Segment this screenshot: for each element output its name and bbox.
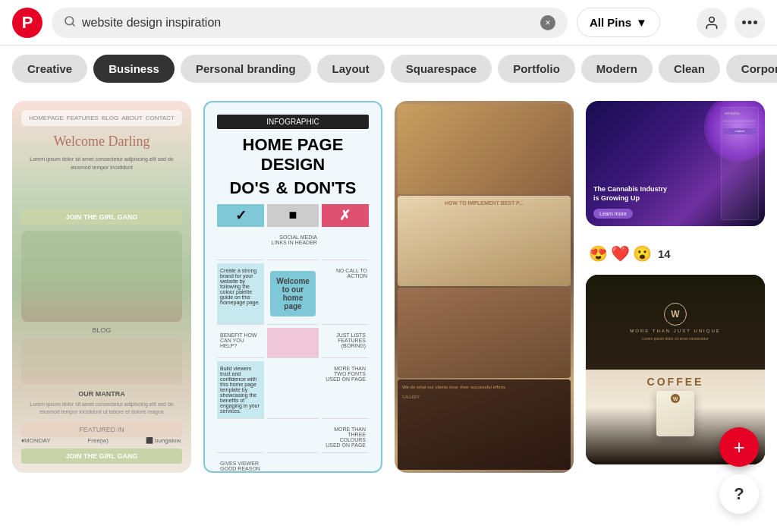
filter-pill-clean[interactable]: Clean [659, 55, 720, 83]
filter-pill-corporate[interactable]: Corporate [726, 55, 777, 83]
pins-column-2: INFOGRAPHIC HOME PAGE DESIGN DO'S & DON'… [203, 101, 382, 473]
pins-column-4: workplus explore The Cannabis Industry i… [586, 101, 765, 464]
social-media-maybe: SOCIAL MEDIA LINKS IN HEADER [267, 230, 319, 260]
infographic-badge: INFOGRAPHIC [217, 115, 369, 129]
portfolio-cell-2: HOW TO IMPLEMENT BEST P... [398, 196, 571, 286]
coffee-logo-circle: W [664, 303, 687, 326]
do-header: ✓ [217, 204, 264, 227]
all-pins-button[interactable]: All Pins ▼ [577, 8, 660, 37]
pins-column-1: HOMEPAGEFEATURESBLOGABOUTCONTACT Welcome… [12, 101, 191, 473]
signup-do [217, 422, 264, 453]
cta-dont: NO CALL TO ACTION [322, 263, 369, 325]
pins-grid: HOMEPAGEFEATURESBLOGABOUTCONTACT Welcome… [12, 101, 765, 473]
welcome-box: Welcome to our home page [270, 271, 316, 316]
signup-middle [267, 422, 319, 453]
coffee-top: W MORE THAN JUST UNIQUE Lorem ipsum dolo… [586, 275, 765, 370]
all-pins-label: All Pins [590, 16, 631, 29]
reaction-row: 😍 ❤️ 😮 14 [586, 238, 765, 263]
maybe-header: ■ [267, 204, 319, 227]
infographic-dos-donts: DO'S & DON'TS [217, 178, 369, 198]
benefit-dont: JUST LISTS FEATURES (BORING) [322, 328, 369, 358]
app-header: P × All Pins ▼ [0, 0, 777, 46]
girl-gang-cta: JOIN THE GIRL GANG [21, 209, 182, 225]
cta-middle: Welcome to our home page [267, 263, 319, 325]
girl-gang-footer: ♦MONDAYFree(w)⬛ bungalow. [21, 437, 182, 444]
emoji-heart-eyes: 😍 [589, 244, 608, 263]
girl-gang-footer-cta: JOIN THE GIRL GANG [21, 449, 182, 464]
filter-pill-creative[interactable]: Creative [12, 55, 87, 83]
filter-pill-business[interactable]: Business [93, 55, 175, 83]
portfolio-cell-4: We do what our clients love; their succe… [398, 379, 571, 470]
emoji-surprised: 😮 [633, 244, 652, 263]
social-media-dont [322, 230, 369, 260]
girl-gang-img-block [21, 231, 182, 322]
girl-gang-nav: HOMEPAGEFEATURESBLOGABOUTCONTACT [21, 110, 182, 126]
cta-do: Create a strong brand for your website b… [217, 263, 264, 325]
filter-pill-squarespace[interactable]: Squarespace [391, 55, 492, 83]
proof-dont [322, 456, 369, 473]
pin-card-cannabis[interactable]: workplus explore The Cannabis Industry i… [586, 101, 765, 226]
benefit-middle [267, 328, 319, 358]
girl-gang-hero-text: Welcome Darling Lorem ipsum dolor sit am… [21, 132, 182, 172]
benefit-do: BENEFIT HOW CAN YOU HELP? [217, 328, 264, 358]
amp-label: & [275, 178, 288, 198]
svg-line-1 [72, 24, 74, 26]
donts-label: DON'TS [294, 178, 356, 198]
girl-gang-overlay: HOMEPAGEFEATURESBLOGABOUTCONTACT Welcome… [12, 101, 191, 473]
coffee-bag: W [656, 391, 694, 436]
pin-card-girl-gang[interactable]: HOMEPAGEFEATURESBLOGABOUTCONTACT Welcome… [12, 101, 191, 473]
girl-gang-blog-label: BLOG [21, 326, 182, 334]
portfolio-grid: HOW TO IMPLEMENT BEST P... We do what ou… [395, 101, 574, 473]
reaction-count: 14 [658, 247, 671, 260]
pinterest-logo[interactable]: P [12, 8, 42, 38]
social-media-do [217, 230, 264, 260]
dont-header: ✗ [322, 204, 369, 227]
filter-pill-personal-branding[interactable]: Personal branding [181, 55, 311, 83]
add-fab-button[interactable]: + [719, 427, 759, 467]
girl-gang-featured: FEATURED IN [21, 422, 182, 437]
main-content: HOMEPAGEFEATURESBLOGABOUTCONTACT Welcome… [0, 92, 777, 482]
infographic-columns: ✓ ■ ✗ SOCIAL MEDIA LINKS IN HEADER Creat… [217, 204, 369, 473]
filter-pill-modern[interactable]: Modern [581, 55, 653, 83]
coffee-more-than-label: MORE THAN JUST UNIQUE [630, 329, 720, 333]
portfolio-cell-1 [398, 104, 571, 194]
svg-point-3 [742, 20, 746, 24]
filter-pill-layout[interactable]: Layout [317, 55, 385, 83]
fab-container: + ? [719, 427, 759, 482]
pin-card-infographic[interactable]: INFOGRAPHIC HOME PAGE DESIGN DO'S & DON'… [203, 101, 382, 473]
profile-button[interactable] [697, 8, 727, 38]
girl-gang-our-mantra: OUR MANTRA Lorem ipsum dolor sit amet co… [21, 390, 182, 416]
search-input[interactable] [82, 16, 534, 30]
more-options-button[interactable] [735, 8, 765, 38]
svg-point-4 [748, 20, 752, 24]
coffee-desc: Lorem ipsum dolor sit amet consectetur [636, 336, 715, 342]
pins-column-3: HOW TO IMPLEMENT BEST P... We do what ou… [395, 101, 574, 473]
girl-gang-blog-block [21, 338, 182, 384]
coffee-brand-name: COFFEE [647, 376, 704, 388]
filter-pill-portfolio[interactable]: Portfolio [498, 55, 575, 83]
proof-middle [267, 456, 319, 473]
search-bar: × [52, 8, 568, 38]
emoji-heart: ❤️ [611, 244, 630, 263]
benefit2-dont: MORE THAN TWO FONTS USED ON PAGE [322, 361, 369, 419]
infographic-title: HOME PAGE DESIGN [217, 135, 369, 175]
cannabis-mockup: workplus explore [721, 107, 759, 220]
pin-card-portfolio[interactable]: HOW TO IMPLEMENT BEST P... We do what ou… [395, 101, 574, 473]
portfolio-cell-3 [398, 288, 571, 378]
search-clear-button[interactable]: × [540, 15, 555, 30]
svg-point-5 [753, 20, 757, 24]
dropdown-icon: ▼ [636, 16, 647, 29]
benefit2-middle [267, 361, 319, 419]
header-actions [697, 8, 765, 38]
logo-letter: P [22, 14, 33, 31]
svg-point-2 [709, 17, 715, 22]
cannabis-cta-btn: Learn more [593, 209, 633, 219]
filter-bar: Creative Business Personal branding Layo… [0, 46, 777, 92]
help-fab-button[interactable]: ? [719, 474, 759, 482]
dos-label: DO'S [229, 178, 269, 198]
cannabis-title-text: The Cannabis Industry is Growing Up [593, 184, 669, 203]
signup-dont: MORE THAN THREE COLOURS USED ON PAGE [322, 422, 369, 453]
proof-do: GIVES VIEWER GOOD REASON TO SIGN UP [217, 456, 264, 473]
search-icon [64, 15, 76, 30]
benefit2-do: Build viewers trust and confidence with … [217, 361, 264, 419]
